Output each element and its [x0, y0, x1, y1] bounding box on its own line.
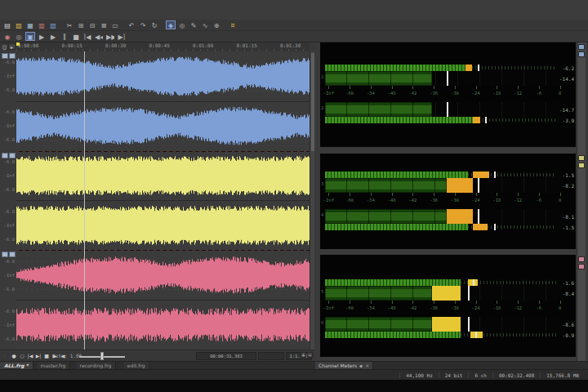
- file-properties-icon[interactable]: ▥: [37, 20, 47, 29]
- meter-scale-label: -24: [472, 198, 480, 203]
- meter-readout: -1.6: [555, 280, 574, 286]
- meter-scale-label: -Inf: [323, 198, 334, 203]
- meter-readout: -14.7: [555, 107, 574, 113]
- meter-group-button[interactable]: [578, 264, 585, 270]
- open-workspace-icon[interactable]: ▧: [48, 20, 58, 29]
- trim-crop-icon[interactable]: ▭: [110, 20, 120, 29]
- channel-pair-button[interactable]: [9, 153, 16, 158]
- meter-peak-hold: [485, 117, 487, 123]
- meter-fill-green: [325, 286, 432, 301]
- go-to-end-button[interactable]: ▶|: [34, 352, 42, 360]
- meter-channel-number: 1: [321, 74, 323, 79]
- meter-peak-hold: [494, 224, 496, 230]
- main-toolbar: ▤▨▦▥▧✂⊞⊟⊠▭↶↷↻◈◎✎∿⊕¤: [0, 20, 588, 31]
- play-all-icon[interactable]: ▶: [37, 32, 47, 41]
- record-icon[interactable]: ◉: [2, 32, 12, 41]
- rewind-icon[interactable]: ◀◀: [94, 32, 104, 41]
- toolbar-separator: [160, 20, 165, 29]
- meter-scale-label: -Inf: [323, 91, 334, 96]
- meter-group-button[interactable]: [578, 256, 585, 262]
- play-button[interactable]: ▶: [51, 352, 59, 360]
- meter-fill-orange: [473, 224, 488, 230]
- meter-fill-orange: [466, 65, 471, 71]
- meter-readout: -3.9: [555, 118, 574, 123]
- edit-tool-icon[interactable]: ◈: [166, 20, 176, 29]
- meter-scale: -Inf-60-54-48-42-36-30-24-18-12-60: [325, 86, 564, 102]
- channel-pair-button[interactable]: [9, 53, 16, 59]
- loop-button[interactable]: ○: [18, 352, 26, 360]
- open-file-icon[interactable]: ▨: [14, 20, 24, 29]
- lock-icon[interactable]: ◻: [1, 43, 8, 50]
- close-icon[interactable]: ×: [365, 363, 369, 368]
- db-scale-label: -Inf: [0, 223, 15, 228]
- db-scale-label: -6.0: [0, 287, 15, 292]
- meter-scale-label: -18: [492, 91, 501, 96]
- channel-pair-button[interactable]: [2, 153, 8, 158]
- waveform-window: ◻▸-6.0-Inf-6.0-6.0-Inf-6.0-6.0-Inf-6.0-6…: [0, 42, 314, 350]
- timeline-label: 0:01:30: [280, 42, 301, 48]
- pause-icon[interactable]: ‖: [60, 32, 69, 41]
- undo-icon[interactable]: ↶: [127, 20, 136, 29]
- key-lock-icon[interactable]: ¤: [228, 20, 238, 29]
- go-to-end-icon[interactable]: ▶|: [117, 32, 127, 41]
- paste-icon[interactable]: ⊟: [87, 20, 97, 29]
- meter-readout: -0.9: [555, 332, 574, 338]
- copy-icon[interactable]: ⊞: [76, 20, 86, 29]
- channel-pair-button[interactable]: [2, 53, 8, 59]
- meter-fill-orange: [473, 117, 480, 123]
- zoom-out-button[interactable]: −: [307, 352, 313, 358]
- playbar-grip[interactable]: ⋮⋮: [2, 353, 8, 359]
- pin-icon[interactable]: ▪: [359, 363, 363, 368]
- envelope-tool-icon[interactable]: ∿: [200, 20, 210, 29]
- meter-group-channels-5-6: -1.6-8.4-8.6-0.9-Inf-60-54-48-42-36-30-2…: [320, 255, 576, 357]
- position-display: 00:00:31.383: [196, 352, 256, 360]
- stop-button[interactable]: ■: [42, 352, 51, 360]
- waveform-canvas[interactable]: [16, 51, 310, 350]
- db-scale-label: -6.0: [0, 109, 15, 114]
- meter-fill-orange: [432, 286, 461, 301]
- db-scale-label: -6.0: [0, 209, 15, 214]
- arm-icon[interactable]: ▸: [8, 43, 16, 50]
- zoom-in-button[interactable]: +: [301, 352, 306, 358]
- record-button[interactable]: ●: [10, 352, 18, 360]
- track-header-strip: ◻▸-6.0-Inf-6.0-6.0-Inf-6.0-6.0-Inf-6.0-6…: [0, 42, 17, 350]
- meter-scale-label: -Inf: [323, 305, 334, 310]
- meters-view-icon[interactable]: ▣: [25, 32, 35, 41]
- meter-group-button[interactable]: [578, 51, 585, 57]
- meter-group-button[interactable]: [578, 163, 585, 168]
- transport-toolbar: ◉◎▣▶▶‖■|◀◀◀▶▶▶|: [0, 31, 588, 42]
- channel-pair-button[interactable]: [9, 252, 16, 257]
- meter-scale-label: -18: [492, 198, 501, 203]
- redo-icon[interactable]: ↷: [138, 20, 148, 29]
- rate-slider-handle[interactable]: [100, 352, 104, 360]
- pencil-tool-icon[interactable]: ✎: [189, 20, 198, 29]
- zoom-tool-icon[interactable]: ⊕: [212, 20, 221, 29]
- meter-scale-label: -6: [537, 305, 542, 310]
- meter-group-button[interactable]: [578, 44, 585, 50]
- meter-peak-hold: [468, 317, 470, 332]
- meter-scale-label: -30: [451, 305, 459, 310]
- loop-playback-icon[interactable]: ◎: [14, 32, 24, 41]
- mix-icon[interactable]: ⊠: [99, 20, 109, 29]
- meter-scale-label: -48: [388, 198, 396, 203]
- meter-group-button[interactable]: [578, 155, 585, 161]
- new-file-icon[interactable]: ▤: [2, 20, 12, 29]
- stop-icon[interactable]: ■: [71, 32, 81, 41]
- meter-scale: -Inf-60-54-48-42-36-30-24-18-12-60: [325, 301, 564, 317]
- go-to-start-button[interactable]: |◀: [26, 352, 34, 360]
- save-file-icon[interactable]: ▦: [25, 20, 35, 29]
- repeat-icon[interactable]: ↻: [149, 20, 159, 29]
- window-splitter[interactable]: [314, 42, 320, 361]
- go-to-start-icon[interactable]: |◀: [82, 32, 92, 41]
- magnify-tool-icon[interactable]: ◎: [177, 20, 187, 29]
- bottom-black-strip: [0, 380, 588, 392]
- selection-marker[interactable]: [16, 42, 20, 46]
- play-reverse-button[interactable]: ◀: [59, 352, 67, 360]
- channel-pair-button[interactable]: [2, 252, 8, 257]
- timeline-label: 0:00:30: [105, 42, 126, 48]
- forward-icon[interactable]: ▶▶: [105, 32, 115, 41]
- meter-scale-label: -36: [430, 305, 438, 310]
- meter-scale-label: -60: [345, 198, 354, 203]
- play-icon[interactable]: ▶: [48, 32, 58, 41]
- cut-icon[interactable]: ✂: [65, 20, 74, 29]
